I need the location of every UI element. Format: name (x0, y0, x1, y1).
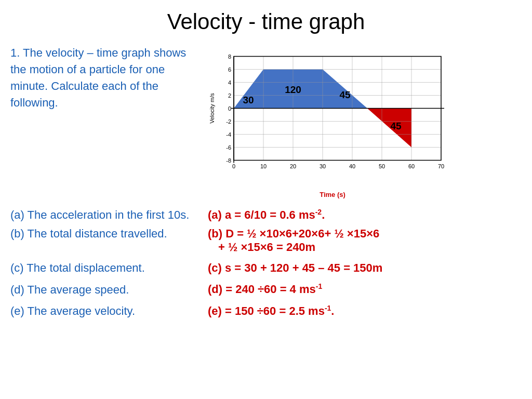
area-label-120: 120 (285, 84, 301, 95)
svg-text:-4: -4 (226, 131, 231, 138)
svg-text:0: 0 (232, 163, 235, 169)
qa-row-a: (a) The acceleration in the first 10s. (… (10, 208, 522, 222)
question-d: (d) The average speed. (10, 283, 208, 297)
y-axis-title: Velocity m/s (209, 93, 215, 124)
svg-text:8: 8 (228, 54, 231, 60)
description-text: 1. The velocity – time graph shows the m… (10, 42, 203, 198)
question-e: (e) The average velocity. (10, 304, 208, 318)
question-a: (a) The acceleration in the first 10s. (10, 208, 208, 222)
question-b: (b) The total distance travelled. (10, 227, 208, 241)
svg-text:10: 10 (260, 163, 267, 169)
answer-a: (a) a = 6/10 = 0.6 ms-2. (208, 208, 522, 222)
x-axis-label: Time (s) (234, 191, 431, 198)
svg-text:40: 40 (349, 163, 355, 169)
x-axis-labels: 0 10 20 30 40 50 60 70 (232, 163, 444, 169)
answer-e: (e) = 150 ÷60 = 2.5 ms-1. (208, 304, 522, 318)
answers-section: (a) The acceleration in the first 10s. (… (0, 198, 532, 318)
svg-text:-8: -8 (226, 157, 231, 164)
svg-text:2: 2 (228, 92, 231, 99)
answer-d: (d) = 240 ÷60 = 4 ms-1 (208, 282, 522, 296)
qa-row-d: (d) The average speed. (d) = 240 ÷60 = 4… (10, 282, 522, 296)
svg-text:-2: -2 (226, 118, 231, 125)
red-area (367, 109, 411, 148)
svg-text:0: 0 (228, 105, 231, 112)
page-title: Velocity - time graph (0, 0, 532, 39)
svg-text:6: 6 (228, 66, 231, 73)
graph-container: 8 6 4 2 0 -2 -4 -6 -8 0 10 20 30 40 50 6… (208, 42, 522, 198)
question-c: (c) The total displacement. (10, 261, 208, 275)
svg-text:20: 20 (290, 163, 296, 169)
y-axis-labels: 8 6 4 2 0 -2 -4 -6 -8 (226, 54, 231, 164)
qa-row-c: (c) The total displacement. (c) s = 30 +… (10, 261, 522, 275)
answer-b2: + ½ ×15×6 = 240m (218, 241, 511, 254)
red-area-label: 45 (390, 121, 402, 131)
svg-text:70: 70 (438, 163, 444, 169)
answer-b: (b) D = ½ ×10×6+20×6+ ½ ×15×6 (208, 227, 522, 241)
velocity-time-graph: 8 6 4 2 0 -2 -4 -6 -8 0 10 20 30 40 50 6… (208, 42, 457, 188)
svg-text:30: 30 (320, 163, 326, 169)
svg-text:60: 60 (408, 163, 415, 169)
svg-text:4: 4 (228, 79, 231, 86)
svg-text:50: 50 (379, 163, 385, 169)
qa-row-e: (e) The average velocity. (e) = 150 ÷60 … (10, 304, 522, 318)
area-label-45: 45 (339, 89, 351, 100)
svg-text:-6: -6 (226, 144, 231, 151)
qa-row-b: (b) The total distance travelled. (b) D … (10, 227, 522, 241)
area-label-30: 30 (243, 95, 254, 105)
answer-c: (c) s = 30 + 120 + 45 – 45 = 150m (208, 261, 522, 275)
